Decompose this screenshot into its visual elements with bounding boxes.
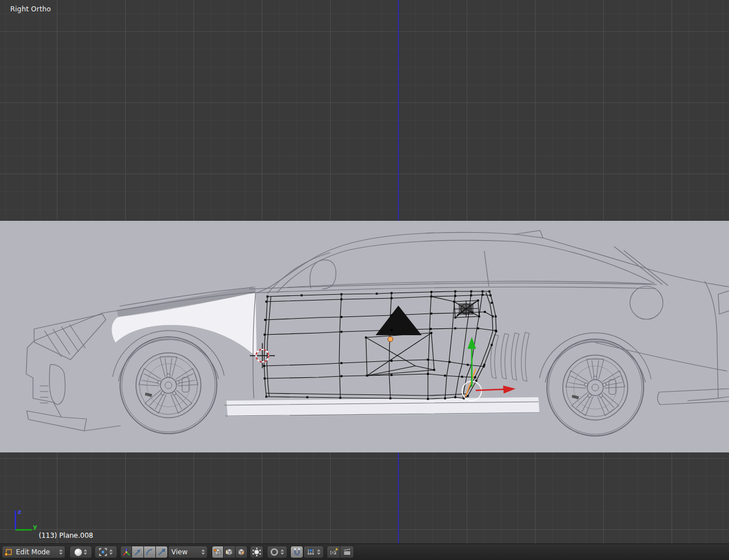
orientation-dropdown[interactable]: View bbox=[168, 546, 208, 558]
proportional-editing-icon bbox=[270, 547, 279, 557]
mode-dropdown[interactable]: Edit Mode bbox=[2, 546, 65, 558]
sill-shaded-surface bbox=[226, 397, 539, 417]
orientation-dropdown-label: View bbox=[170, 548, 188, 556]
proportional-editing-dropdown[interactable] bbox=[267, 546, 287, 558]
occlude-geometry-icon bbox=[252, 547, 261, 557]
snap-magnet-icon bbox=[293, 547, 302, 557]
opengl-render-button[interactable] bbox=[327, 546, 340, 558]
dropdown-arrows-icon bbox=[59, 549, 63, 555]
snap-element-dropdown[interactable] bbox=[303, 546, 324, 558]
gizmo-z-label: z bbox=[18, 508, 21, 516]
reference-image bbox=[0, 221, 729, 452]
rotate-manipulator-icon bbox=[145, 547, 154, 557]
active-object-info: (113) Plane.008 bbox=[39, 532, 93, 540]
vertex-select-button[interactable] bbox=[212, 546, 224, 558]
manipulator-axes-button[interactable] bbox=[120, 546, 132, 558]
face-select-button[interactable] bbox=[236, 546, 248, 558]
dropdown-arrows-icon bbox=[281, 549, 285, 555]
dropdown-arrows-icon bbox=[84, 549, 88, 555]
gizmo-y-label: y bbox=[33, 523, 37, 530]
manipulator-button-group bbox=[120, 546, 168, 558]
view-label: Right Ortho bbox=[10, 5, 51, 13]
pivot-point-dropdown[interactable] bbox=[94, 546, 117, 558]
pivot-point-icon bbox=[98, 547, 108, 557]
opengl-render-icon bbox=[329, 547, 339, 557]
scale-manipulator-button[interactable] bbox=[156, 546, 168, 558]
blender-window: Right Ortho (113) Plane.008 z y Edit Mod… bbox=[0, 0, 729, 560]
manipulator-axes-icon bbox=[122, 547, 131, 557]
edge-select-button[interactable] bbox=[224, 546, 236, 558]
dropdown-arrows-icon bbox=[201, 549, 205, 555]
object-origin-dot bbox=[388, 337, 393, 342]
mode-dropdown-label: Edit Mode bbox=[15, 548, 51, 556]
snap-increment-icon bbox=[306, 547, 315, 557]
opengl-render-animation-icon bbox=[343, 547, 352, 557]
axis-gizmo bbox=[7, 508, 41, 537]
edge-select-icon bbox=[225, 547, 234, 557]
translate-manipulator-button[interactable] bbox=[132, 546, 144, 558]
vertex-select-icon bbox=[213, 547, 223, 557]
occlude-geometry-button[interactable] bbox=[250, 546, 263, 558]
translate-manipulator-icon bbox=[133, 547, 142, 557]
shading-dropdown[interactable] bbox=[69, 546, 92, 558]
viewport-shading-sphere-icon bbox=[75, 549, 82, 556]
opengl-render-animation-button[interactable] bbox=[340, 546, 354, 558]
rotate-manipulator-button[interactable] bbox=[144, 546, 156, 558]
dropdown-arrows-icon bbox=[317, 549, 321, 555]
select-mode-button-group bbox=[212, 546, 248, 558]
3d-viewport[interactable]: Right Ortho (113) Plane.008 z y bbox=[0, 0, 729, 543]
viewport-header: Edit Mode bbox=[0, 543, 729, 560]
face-select-icon bbox=[237, 547, 246, 557]
scale-manipulator-icon bbox=[157, 547, 166, 557]
edit-mode-cube-icon bbox=[4, 547, 13, 557]
dropdown-arrows-icon bbox=[109, 549, 113, 555]
opengl-render-button-group bbox=[327, 546, 354, 558]
snap-toggle-button[interactable] bbox=[290, 546, 303, 558]
